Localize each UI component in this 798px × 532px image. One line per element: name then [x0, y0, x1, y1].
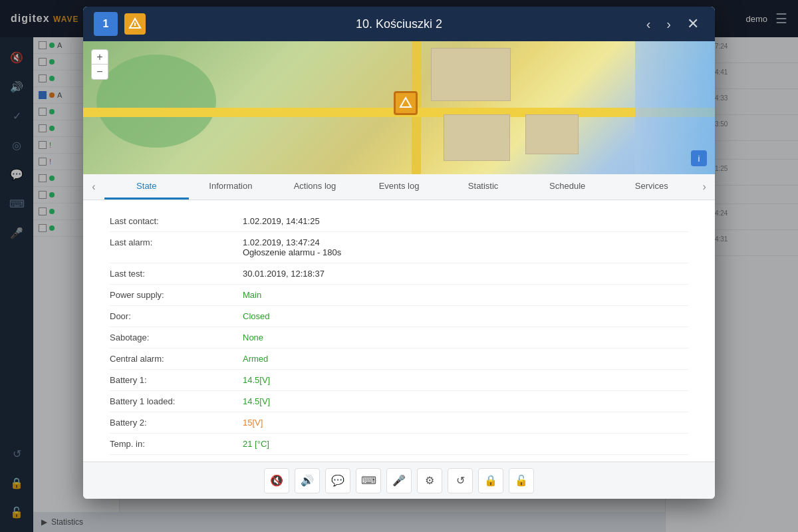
map-marker[interactable]	[394, 91, 418, 115]
modal-overlay: 1 10. Kościuszki 2 ‹ › ✕	[0, 0, 798, 532]
tab-events-log[interactable]: Events log	[357, 174, 442, 200]
map-block-2	[525, 114, 579, 154]
state-row-battery1: Battery 1: 14.5[V]	[110, 370, 688, 391]
modal-map: + − i	[83, 41, 715, 174]
marker-icon	[399, 96, 412, 110]
keyboard-icon: ⌨	[361, 474, 376, 487]
mic-icon: 🎤	[392, 474, 406, 487]
modal-number-badge: 1	[94, 12, 118, 36]
footer-settings-button[interactable]: ⚙	[417, 468, 442, 493]
map-block-3	[444, 114, 510, 161]
modal-next-button[interactable]: ›	[661, 14, 676, 35]
state-value-last-alarm: 1.02.2019, 13:47:24Ogłoszenie alarmu - 1…	[243, 237, 341, 257]
footer-refresh-button[interactable]: ↺	[448, 468, 473, 493]
map-zoom-out[interactable]: −	[92, 65, 108, 79]
state-row-power: Power supply: Main	[110, 285, 688, 306]
map-info-button[interactable]: i	[691, 150, 707, 166]
tab-prev-button[interactable]: ‹	[83, 174, 104, 200]
modal-header-left: 1	[94, 12, 146, 36]
state-label-door: Door:	[110, 311, 243, 321]
state-row-battery1-loaded: Battery 1 loaded: 14.5[V]	[110, 391, 688, 412]
state-label-last-test: Last test:	[110, 269, 243, 279]
state-value-last-contact: 1.02.2019, 14:41:25	[243, 216, 320, 226]
footer-mic-button[interactable]: 🎤	[386, 468, 412, 493]
state-value-battery2: 15[V]	[243, 418, 263, 428]
state-label-temp-in: Temp. in:	[110, 439, 243, 449]
svg-marker-2	[400, 98, 411, 107]
state-label-battery1-loaded: Battery 1 loaded:	[110, 396, 243, 406]
state-value-central-alarm: Armed	[243, 354, 268, 364]
modal-body: Last contact: 1.02.2019, 14:41:25 Last a…	[83, 200, 715, 462]
state-row-last-alarm: Last alarm: 1.02.2019, 13:47:24Ogłoszeni…	[110, 232, 688, 263]
tab-state[interactable]: State	[104, 174, 189, 200]
map-block-1	[431, 48, 511, 101]
map-park	[96, 55, 216, 148]
modal-header: 1 10. Kościuszki 2 ‹ › ✕	[83, 7, 715, 41]
modal-brand-logo	[124, 13, 146, 35]
message-icon: 💬	[331, 474, 344, 487]
footer-volume-button[interactable]: 🔊	[295, 468, 320, 493]
settings-icon: ⚙	[425, 474, 434, 487]
mute-icon: 🔇	[270, 474, 283, 487]
tab-information[interactable]: Information	[189, 174, 273, 200]
state-label-last-alarm: Last alarm:	[110, 237, 243, 247]
footer-lock-button[interactable]: 🔒	[478, 468, 503, 493]
state-value-battery1-loaded: 14.5[V]	[243, 396, 270, 406]
state-value-sabotage: None	[243, 332, 263, 342]
modal-title: 10. Kościuszki 2	[356, 17, 442, 31]
modal-footer: 🔇 🔊 💬 ⌨ 🎤 ⚙ ↺ 🔒 🔓	[83, 462, 715, 499]
state-row-last-contact: Last contact: 1.02.2019, 14:41:25	[110, 211, 688, 232]
lock-icon: 🔒	[484, 474, 497, 487]
state-row-temp-out: Temp. out: 18.5 [°C]	[110, 455, 688, 462]
map-background: + − i	[83, 41, 715, 174]
modal-header-right: ‹ › ✕	[641, 13, 704, 35]
modal-close-button[interactable]: ✕	[682, 13, 704, 35]
footer-keyboard-button[interactable]: ⌨	[356, 468, 381, 493]
state-value-temp-in: 21 [°C]	[243, 439, 269, 449]
footer-unlock-button[interactable]: 🔓	[509, 468, 534, 493]
modal-tabs: ‹ State Information Actions log Events l…	[83, 174, 715, 200]
volume-icon: 🔊	[301, 474, 314, 487]
footer-mute-button[interactable]: 🔇	[264, 468, 289, 493]
state-label-central-alarm: Central alarm:	[110, 354, 243, 364]
brand-icon	[128, 17, 142, 31]
state-row-last-test: Last test: 30.01.2019, 12:18:37	[110, 263, 688, 285]
map-zoom-in[interactable]: +	[92, 50, 108, 65]
state-row-central-alarm: Central alarm: Armed	[110, 348, 688, 370]
refresh-icon: ↺	[456, 474, 465, 487]
tab-services[interactable]: Services	[609, 174, 694, 200]
modal: 1 10. Kościuszki 2 ‹ › ✕	[83, 7, 715, 499]
state-value-battery1: 14.5[V]	[243, 375, 270, 385]
state-value-last-test: 30.01.2019, 12:18:37	[243, 269, 325, 279]
state-label-battery2: Battery 2:	[110, 418, 243, 428]
modal-prev-button[interactable]: ‹	[641, 14, 656, 35]
state-label-sabotage: Sabotage:	[110, 332, 243, 342]
state-row-battery2: Battery 2: 15[V]	[110, 412, 688, 434]
state-label-last-contact: Last contact:	[110, 216, 243, 226]
state-value-power: Main	[243, 290, 261, 300]
state-row-temp-in: Temp. in: 21 [°C]	[110, 434, 688, 455]
modal-badge-text: 1	[103, 18, 109, 30]
map-zoom-controls: + −	[91, 49, 108, 80]
state-row-door: Door: Closed	[110, 306, 688, 327]
state-value-door: Closed	[243, 311, 269, 321]
state-row-sabotage: Sabotage: None	[110, 327, 688, 348]
tab-statistic[interactable]: Statistic	[441, 174, 525, 200]
footer-message-button[interactable]: 💬	[325, 468, 350, 493]
tab-next-button[interactable]: ›	[694, 174, 715, 200]
state-label-power: Power supply:	[110, 290, 243, 300]
tab-actions-log[interactable]: Actions log	[273, 174, 357, 200]
state-label-battery1: Battery 1:	[110, 375, 243, 385]
unlock-icon: 🔓	[515, 474, 528, 487]
tab-schedule[interactable]: Schedule	[525, 174, 610, 200]
